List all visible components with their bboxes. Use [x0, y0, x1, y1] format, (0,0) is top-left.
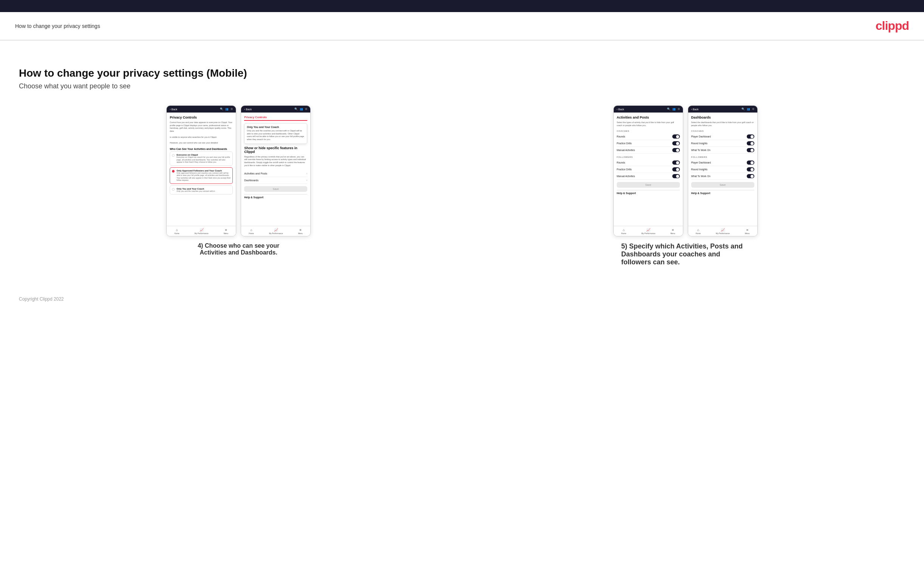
toggle-playerdash-followers[interactable]: Player Dashboard [691, 160, 754, 166]
toggle-switch-manual-f[interactable] [672, 174, 680, 178]
popup-card: Only You and Your Coach Only you and the… [244, 123, 307, 144]
toggle-switch-drills-f[interactable] [672, 167, 680, 171]
bottom-nav-perf-3[interactable]: 📈 My Performance [641, 228, 655, 234]
dashboards-label: Dashboards [244, 179, 258, 182]
radio-dot-everyone [172, 154, 174, 157]
radio-text-approved: Only Approved Followers and Your Coach O… [176, 169, 231, 182]
arrow-icon-1: › [307, 172, 308, 175]
toggle-switch-roundinsights-c[interactable] [747, 141, 754, 145]
toggle-roundinsights-coaches[interactable]: Round Insights [691, 140, 754, 147]
toggle-whattowork-coaches[interactable]: What To Work On [691, 147, 754, 154]
screen1-label: Who Can See Your Activities and Dashboar… [170, 148, 233, 150]
bottom-nav-home-1[interactable]: ⌂ Home [174, 228, 179, 234]
screen1-desc3: However, you can control who can see you… [170, 142, 233, 145]
activities-posts-row[interactable]: Activities and Posts › [244, 170, 307, 177]
bottom-nav-perf-2[interactable]: 📈 My Performance [269, 228, 283, 234]
toggle-switch-rounds-c[interactable] [672, 134, 680, 139]
save-btn-4[interactable]: Save [691, 182, 754, 188]
phones-pair-1: ‹ Back 🔍 👥 ⚙ Privacy Controls Control ho… [166, 105, 311, 236]
screen1-body: Privacy Controls Control how you and you… [166, 113, 236, 226]
back-button-4[interactable]: ‹ Back [691, 108, 699, 111]
caption-group1: 4) Choose who can see your Activities an… [197, 242, 280, 256]
toggle-label-whattowork-f: What To Work On [691, 175, 711, 177]
toggle-switch-playerdash-c[interactable] [747, 134, 754, 139]
bottom-nav-home-4[interactable]: ⌂ Home [696, 228, 701, 234]
perf-label-3: My Performance [641, 232, 655, 234]
bottom-nav-menu-2[interactable]: ≡ Menu [298, 228, 303, 234]
toggle-switch-roundinsights-f[interactable] [747, 167, 754, 171]
screen3-desc: Select the types of activity that you'd … [617, 121, 680, 127]
toggle-drills-coaches[interactable]: Practice Drills [617, 140, 680, 147]
toggle-playerdash-coaches[interactable]: Player Dashboard [691, 133, 754, 140]
back-button-3[interactable]: ‹ Back [617, 108, 624, 111]
toggle-switch-drills-c[interactable] [672, 141, 680, 145]
toggle-switch-rounds-f[interactable] [672, 161, 680, 164]
search-icon-4[interactable]: 🔍 [741, 108, 745, 111]
radio-coachonly[interactable]: Only You and Your Coach Only you and the… [170, 185, 233, 195]
toggle-switch-whattowork-f[interactable] [747, 174, 754, 178]
breadcrumb: How to change your privacy settings [15, 23, 100, 29]
search-icon-3[interactable]: 🔍 [667, 108, 670, 111]
radio-everyone[interactable]: Everyone on Clippd Everyone on Clippd ca… [170, 152, 233, 166]
screen2-body: Privacy Controls Only You and Your Coach… [241, 113, 310, 226]
bottom-nav-menu-3[interactable]: ≡ Menu [670, 228, 675, 234]
save-btn-2[interactable]: Save [244, 186, 307, 192]
screen4-bottom-nav: ⌂ Home 📈 My Performance ≡ Menu [688, 226, 758, 236]
bottom-nav-perf-4[interactable]: 📈 My Performance [716, 228, 730, 234]
privacy-tab[interactable]: Privacy Controls [244, 116, 267, 120]
back-button-1[interactable]: ‹ Back [170, 108, 177, 111]
toggle-switch-playerdash-f[interactable] [747, 161, 754, 164]
radio-text-everyone: Everyone on Clippd Everyone on Clippd ca… [176, 154, 231, 163]
toggle-drills-followers[interactable]: Practice Drills [617, 166, 680, 173]
bottom-nav-menu-1[interactable]: ≡ Menu [224, 228, 229, 234]
toggle-rounds-coaches[interactable]: Rounds [617, 133, 680, 140]
perf-label-1: My Performance [195, 232, 208, 234]
search-icon-1[interactable]: 🔍 [220, 108, 223, 111]
screen1-desc1: Control how you and your data appears to… [170, 121, 233, 133]
help-support-2: Help & Support [244, 194, 307, 201]
footer: Copyright Clippd 2022 [0, 289, 924, 309]
toggle-whattowork-followers[interactable]: What To Work On [691, 173, 754, 180]
screen1-desc2: is visible to anyone who searches for yo… [170, 136, 233, 139]
toggle-switch-whattowork-c[interactable] [747, 148, 754, 152]
toggle-manual-followers[interactable]: Manual Activities [617, 173, 680, 180]
settings-icon-4[interactable]: ⚙ [752, 108, 754, 111]
people-icon-4[interactable]: 👥 [747, 108, 750, 111]
toggle-label-drills-c: Practice Drills [617, 142, 632, 145]
menu-label-4: Menu [745, 232, 750, 234]
screen1-section-title: Privacy Controls [170, 116, 233, 119]
screen3-nav: ‹ Back 🔍 👥 ⚙ [614, 106, 683, 113]
help-title-3: Help & Support [617, 192, 680, 195]
bottom-nav-home-3[interactable]: ⌂ Home [621, 228, 626, 234]
settings-icon-2[interactable]: ⚙ [305, 108, 307, 111]
activities-posts-label: Activities and Posts [244, 172, 267, 175]
toggle-label-drills-f: Practice Drills [617, 168, 632, 171]
bottom-nav-home-2[interactable]: ⌂ Home [249, 228, 254, 234]
copyright: Copyright Clippd 2022 [19, 297, 64, 302]
toggle-rounds-followers[interactable]: Rounds [617, 160, 680, 166]
people-icon-2[interactable]: 👥 [300, 108, 303, 111]
radio-text-coachonly: Only You and Your Coach Only you and the… [176, 188, 215, 193]
settings-icon-1[interactable]: ⚙ [231, 108, 233, 111]
search-icon-2[interactable]: 🔍 [294, 108, 298, 111]
screen4-nav: ‹ Back 🔍 👥 ⚙ [688, 106, 758, 113]
radio-approved[interactable]: Only Approved Followers and Your Coach O… [170, 167, 233, 184]
home-label-3: Home [621, 232, 626, 234]
radio-dot-approved [172, 170, 174, 172]
people-icon-3[interactable]: 👥 [672, 108, 676, 111]
screen3-mockup: ‹ Back 🔍 👥 ⚙ Activities and Posts Select… [613, 105, 683, 236]
dashboards-row[interactable]: Dashboards › [244, 177, 307, 184]
people-icon-1[interactable]: 👥 [225, 108, 229, 111]
help-support-3: Help & Support [617, 190, 680, 197]
group2: ‹ Back 🔍 👥 ⚙ Activities and Posts Select… [466, 105, 906, 266]
save-btn-3[interactable]: Save [617, 182, 680, 188]
popup-desc: Only you and the coaches you connect wit… [247, 129, 305, 141]
toggle-manual-coaches[interactable]: Manual Activities [617, 147, 680, 154]
help-title-4: Help & Support [691, 192, 754, 195]
toggle-roundinsights-followers[interactable]: Round Insights [691, 166, 754, 173]
toggle-switch-manual-c[interactable] [672, 148, 680, 152]
back-button-2[interactable]: ‹ Back [244, 108, 252, 111]
bottom-nav-perf-1[interactable]: 📈 My Performance [195, 228, 208, 234]
settings-icon-3[interactable]: ⚙ [678, 108, 680, 111]
bottom-nav-menu-4[interactable]: ≡ Menu [745, 228, 750, 234]
